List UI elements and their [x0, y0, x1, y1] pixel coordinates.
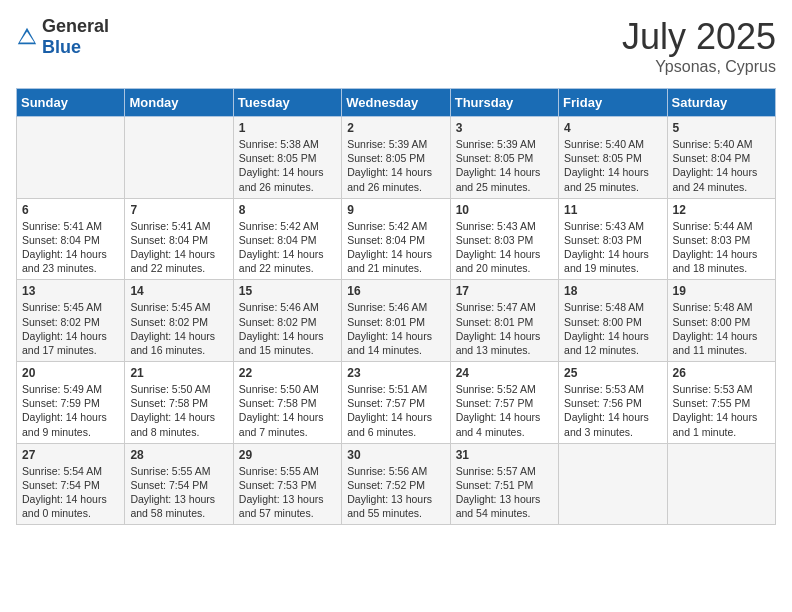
calendar-cell: 15Sunrise: 5:46 AMSunset: 8:02 PMDayligh… [233, 280, 341, 362]
cell-content: Sunrise: 5:50 AMSunset: 7:58 PMDaylight:… [130, 382, 227, 439]
calendar-cell: 28Sunrise: 5:55 AMSunset: 7:54 PMDayligh… [125, 443, 233, 525]
svg-marker-1 [20, 32, 35, 43]
calendar-week-row: 13Sunrise: 5:45 AMSunset: 8:02 PMDayligh… [17, 280, 776, 362]
calendar-header-row: SundayMondayTuesdayWednesdayThursdayFrid… [17, 89, 776, 117]
calendar-week-row: 27Sunrise: 5:54 AMSunset: 7:54 PMDayligh… [17, 443, 776, 525]
calendar-cell: 29Sunrise: 5:55 AMSunset: 7:53 PMDayligh… [233, 443, 341, 525]
cell-content: Sunrise: 5:48 AMSunset: 8:00 PMDaylight:… [673, 300, 770, 357]
cell-content: Sunrise: 5:49 AMSunset: 7:59 PMDaylight:… [22, 382, 119, 439]
day-number: 17 [456, 284, 553, 298]
day-number: 12 [673, 203, 770, 217]
column-header-saturday: Saturday [667, 89, 775, 117]
calendar-cell [667, 443, 775, 525]
cell-content: Sunrise: 5:42 AMSunset: 8:04 PMDaylight:… [347, 219, 444, 276]
page-header: General Blue July 2025 Ypsonas, Cyprus [16, 16, 776, 76]
day-number: 5 [673, 121, 770, 135]
day-number: 10 [456, 203, 553, 217]
calendar-cell: 25Sunrise: 5:53 AMSunset: 7:56 PMDayligh… [559, 362, 667, 444]
cell-content: Sunrise: 5:54 AMSunset: 7:54 PMDaylight:… [22, 464, 119, 521]
cell-content: Sunrise: 5:56 AMSunset: 7:52 PMDaylight:… [347, 464, 444, 521]
cell-content: Sunrise: 5:41 AMSunset: 8:04 PMDaylight:… [22, 219, 119, 276]
day-number: 7 [130, 203, 227, 217]
column-header-thursday: Thursday [450, 89, 558, 117]
calendar-cell: 6Sunrise: 5:41 AMSunset: 8:04 PMDaylight… [17, 198, 125, 280]
day-number: 13 [22, 284, 119, 298]
column-header-tuesday: Tuesday [233, 89, 341, 117]
calendar-cell: 11Sunrise: 5:43 AMSunset: 8:03 PMDayligh… [559, 198, 667, 280]
cell-content: Sunrise: 5:40 AMSunset: 8:04 PMDaylight:… [673, 137, 770, 194]
day-number: 19 [673, 284, 770, 298]
title-block: July 2025 Ypsonas, Cyprus [622, 16, 776, 76]
calendar-cell: 12Sunrise: 5:44 AMSunset: 8:03 PMDayligh… [667, 198, 775, 280]
month-title: July 2025 [622, 16, 776, 58]
logo-text-blue: Blue [42, 37, 81, 57]
day-number: 9 [347, 203, 444, 217]
calendar-cell: 10Sunrise: 5:43 AMSunset: 8:03 PMDayligh… [450, 198, 558, 280]
calendar-cell [125, 117, 233, 199]
day-number: 31 [456, 448, 553, 462]
day-number: 30 [347, 448, 444, 462]
calendar-week-row: 20Sunrise: 5:49 AMSunset: 7:59 PMDayligh… [17, 362, 776, 444]
day-number: 27 [22, 448, 119, 462]
calendar-cell: 2Sunrise: 5:39 AMSunset: 8:05 PMDaylight… [342, 117, 450, 199]
column-header-wednesday: Wednesday [342, 89, 450, 117]
calendar-cell: 13Sunrise: 5:45 AMSunset: 8:02 PMDayligh… [17, 280, 125, 362]
calendar-cell: 24Sunrise: 5:52 AMSunset: 7:57 PMDayligh… [450, 362, 558, 444]
cell-content: Sunrise: 5:42 AMSunset: 8:04 PMDaylight:… [239, 219, 336, 276]
logo: General Blue [16, 16, 109, 58]
day-number: 14 [130, 284, 227, 298]
calendar-cell: 17Sunrise: 5:47 AMSunset: 8:01 PMDayligh… [450, 280, 558, 362]
calendar-cell: 5Sunrise: 5:40 AMSunset: 8:04 PMDaylight… [667, 117, 775, 199]
day-number: 18 [564, 284, 661, 298]
day-number: 11 [564, 203, 661, 217]
calendar-cell: 14Sunrise: 5:45 AMSunset: 8:02 PMDayligh… [125, 280, 233, 362]
column-header-monday: Monday [125, 89, 233, 117]
cell-content: Sunrise: 5:55 AMSunset: 7:54 PMDaylight:… [130, 464, 227, 521]
calendar-cell: 1Sunrise: 5:38 AMSunset: 8:05 PMDaylight… [233, 117, 341, 199]
day-number: 4 [564, 121, 661, 135]
day-number: 16 [347, 284, 444, 298]
cell-content: Sunrise: 5:46 AMSunset: 8:01 PMDaylight:… [347, 300, 444, 357]
cell-content: Sunrise: 5:45 AMSunset: 8:02 PMDaylight:… [130, 300, 227, 357]
cell-content: Sunrise: 5:38 AMSunset: 8:05 PMDaylight:… [239, 137, 336, 194]
cell-content: Sunrise: 5:44 AMSunset: 8:03 PMDaylight:… [673, 219, 770, 276]
calendar-cell: 9Sunrise: 5:42 AMSunset: 8:04 PMDaylight… [342, 198, 450, 280]
location-title: Ypsonas, Cyprus [622, 58, 776, 76]
logo-icon [16, 26, 38, 48]
cell-content: Sunrise: 5:39 AMSunset: 8:05 PMDaylight:… [347, 137, 444, 194]
column-header-friday: Friday [559, 89, 667, 117]
cell-content: Sunrise: 5:52 AMSunset: 7:57 PMDaylight:… [456, 382, 553, 439]
calendar-cell: 26Sunrise: 5:53 AMSunset: 7:55 PMDayligh… [667, 362, 775, 444]
day-number: 23 [347, 366, 444, 380]
calendar-cell [17, 117, 125, 199]
calendar-cell: 18Sunrise: 5:48 AMSunset: 8:00 PMDayligh… [559, 280, 667, 362]
logo-text-general: General [42, 16, 109, 36]
cell-content: Sunrise: 5:55 AMSunset: 7:53 PMDaylight:… [239, 464, 336, 521]
calendar-cell [559, 443, 667, 525]
day-number: 22 [239, 366, 336, 380]
calendar-cell: 23Sunrise: 5:51 AMSunset: 7:57 PMDayligh… [342, 362, 450, 444]
day-number: 15 [239, 284, 336, 298]
calendar-cell: 22Sunrise: 5:50 AMSunset: 7:58 PMDayligh… [233, 362, 341, 444]
cell-content: Sunrise: 5:53 AMSunset: 7:55 PMDaylight:… [673, 382, 770, 439]
day-number: 21 [130, 366, 227, 380]
day-number: 1 [239, 121, 336, 135]
calendar-cell: 7Sunrise: 5:41 AMSunset: 8:04 PMDaylight… [125, 198, 233, 280]
day-number: 6 [22, 203, 119, 217]
calendar-week-row: 6Sunrise: 5:41 AMSunset: 8:04 PMDaylight… [17, 198, 776, 280]
day-number: 3 [456, 121, 553, 135]
cell-content: Sunrise: 5:46 AMSunset: 8:02 PMDaylight:… [239, 300, 336, 357]
day-number: 2 [347, 121, 444, 135]
day-number: 28 [130, 448, 227, 462]
calendar-cell: 27Sunrise: 5:54 AMSunset: 7:54 PMDayligh… [17, 443, 125, 525]
calendar-cell: 4Sunrise: 5:40 AMSunset: 8:05 PMDaylight… [559, 117, 667, 199]
cell-content: Sunrise: 5:43 AMSunset: 8:03 PMDaylight:… [564, 219, 661, 276]
calendar-cell: 3Sunrise: 5:39 AMSunset: 8:05 PMDaylight… [450, 117, 558, 199]
cell-content: Sunrise: 5:39 AMSunset: 8:05 PMDaylight:… [456, 137, 553, 194]
column-header-sunday: Sunday [17, 89, 125, 117]
cell-content: Sunrise: 5:50 AMSunset: 7:58 PMDaylight:… [239, 382, 336, 439]
calendar-cell: 21Sunrise: 5:50 AMSunset: 7:58 PMDayligh… [125, 362, 233, 444]
day-number: 20 [22, 366, 119, 380]
calendar-cell: 16Sunrise: 5:46 AMSunset: 8:01 PMDayligh… [342, 280, 450, 362]
cell-content: Sunrise: 5:40 AMSunset: 8:05 PMDaylight:… [564, 137, 661, 194]
